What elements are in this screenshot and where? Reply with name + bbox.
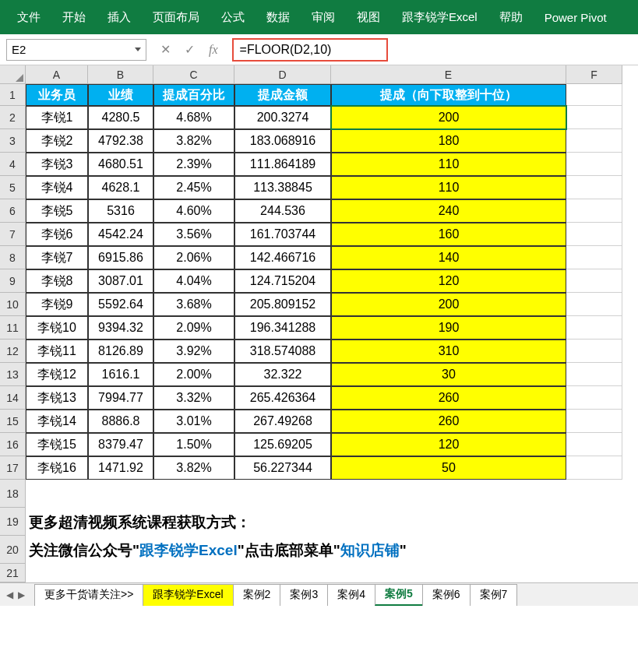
row-header-10[interactable]: 10	[0, 293, 26, 316]
cell-b10[interactable]: 5592.64	[88, 293, 153, 316]
row-header-3[interactable]: 3	[0, 129, 26, 153]
cell-f9[interactable]	[566, 269, 622, 293]
chevron-down-icon[interactable]	[135, 47, 141, 51]
cell-b9[interactable]: 3087.01	[88, 269, 153, 293]
sheet-body[interactable]: 业务员业绩提成百分比提成金额提成（向下取整到十位）李锐14280.54.68%2…	[26, 84, 622, 582]
row-header-2[interactable]: 2	[0, 106, 26, 129]
cell-b11[interactable]: 9394.32	[88, 316, 153, 340]
cell-f4[interactable]	[566, 153, 622, 176]
row-header-16[interactable]: 16	[0, 433, 26, 456]
cell-b15[interactable]: 8886.8	[88, 410, 153, 433]
cell-b6[interactable]: 5316	[88, 199, 153, 223]
col-header-C[interactable]: C	[153, 65, 234, 84]
row-header-11[interactable]: 11	[0, 316, 26, 340]
cell-d11[interactable]: 196.341288	[234, 316, 331, 340]
col-header-E[interactable]: E	[331, 65, 566, 84]
cell-f13[interactable]	[566, 363, 622, 386]
cell-d14[interactable]: 265.426364	[234, 386, 331, 410]
cell-c16[interactable]: 1.50%	[153, 433, 234, 456]
cell-b14[interactable]: 7994.77	[88, 386, 153, 410]
cell-c8[interactable]: 2.06%	[153, 246, 234, 269]
row-header-1[interactable]: 1	[0, 84, 26, 106]
row-header-9[interactable]: 9	[0, 269, 26, 293]
cell-c12[interactable]: 3.92%	[153, 340, 234, 363]
row-header-17[interactable]: 17	[0, 456, 26, 480]
cell-b4[interactable]: 4680.51	[88, 153, 153, 176]
cell-e10[interactable]: 200	[331, 293, 566, 316]
col-header-B[interactable]: B	[88, 65, 153, 84]
cell-a4[interactable]: 李锐3	[26, 153, 88, 176]
sheet-tab-4[interactable]: 案例4	[327, 584, 375, 606]
header-c[interactable]: 提成百分比	[153, 84, 234, 106]
cell-a12[interactable]: 李锐11	[26, 340, 88, 363]
cell-b2[interactable]: 4280.5	[88, 106, 153, 129]
cell-b13[interactable]: 1616.1	[88, 363, 153, 386]
cell-e12[interactable]: 310	[331, 340, 566, 363]
cell-c2[interactable]: 4.68%	[153, 106, 234, 129]
cell-e17[interactable]: 50	[331, 456, 566, 480]
cell-a8[interactable]: 李锐7	[26, 246, 88, 269]
row-header-21[interactable]: 21	[0, 564, 26, 582]
row-header-4[interactable]: 4	[0, 153, 26, 176]
cell-e5[interactable]: 110	[331, 176, 566, 199]
cell-f10[interactable]	[566, 293, 622, 316]
ribbon-tab-9[interactable]: 帮助	[488, 0, 534, 34]
header-b[interactable]: 业绩	[88, 84, 153, 106]
ribbon-tab-2[interactable]: 插入	[97, 0, 142, 34]
cell-d9[interactable]: 124.715204	[234, 269, 331, 293]
cell-e9[interactable]: 120	[331, 269, 566, 293]
cell-d12[interactable]: 318.574088	[234, 340, 331, 363]
cell-f1[interactable]	[566, 84, 622, 106]
ribbon-tab-7[interactable]: 视图	[346, 0, 391, 34]
row-header-7[interactable]: 7	[0, 223, 26, 246]
cell-e6[interactable]: 240	[331, 199, 566, 223]
ribbon-tab-4[interactable]: 公式	[210, 0, 256, 34]
cell-a3[interactable]: 李锐2	[26, 129, 88, 153]
cell-e4[interactable]: 110	[331, 153, 566, 176]
sheet-tab-7[interactable]: 案例7	[470, 584, 518, 606]
cell-d6[interactable]: 244.536	[234, 199, 331, 223]
cell-d3[interactable]: 183.068916	[234, 129, 331, 153]
ribbon-tab-5[interactable]: 数据	[256, 0, 301, 34]
row-header-15[interactable]: 15	[0, 410, 26, 433]
ribbon-tab-1[interactable]: 开始	[51, 0, 97, 34]
cell-f5[interactable]	[566, 176, 622, 199]
fx-icon[interactable]: fx	[209, 43, 218, 57]
select-all-corner[interactable]	[0, 65, 26, 84]
cell-c11[interactable]: 2.09%	[153, 316, 234, 340]
cell-d2[interactable]: 200.3274	[234, 106, 331, 129]
col-header-D[interactable]: D	[234, 65, 331, 84]
cell-f6[interactable]	[566, 199, 622, 223]
cell-c10[interactable]: 3.68%	[153, 293, 234, 316]
cell-c6[interactable]: 4.60%	[153, 199, 234, 223]
cell-f16[interactable]	[566, 433, 622, 456]
cell-a16[interactable]: 李锐15	[26, 433, 88, 456]
cell-c15[interactable]: 3.01%	[153, 410, 234, 433]
cell-b3[interactable]: 4792.38	[88, 129, 153, 153]
cell-f11[interactable]	[566, 316, 622, 340]
cell-a17[interactable]: 李锐16	[26, 456, 88, 480]
cell-a14[interactable]: 李锐13	[26, 386, 88, 410]
cell-c4[interactable]: 2.39%	[153, 153, 234, 176]
cell-d7[interactable]: 161.703744	[234, 223, 331, 246]
row-header-14[interactable]: 14	[0, 386, 26, 410]
cell-e14[interactable]: 260	[331, 386, 566, 410]
cell-b12[interactable]: 8126.89	[88, 340, 153, 363]
ribbon-tab-0[interactable]: 文件	[6, 0, 51, 34]
cell-c5[interactable]: 2.45%	[153, 176, 234, 199]
col-header-F[interactable]: F	[566, 65, 622, 84]
cell-b7[interactable]: 4542.24	[88, 223, 153, 246]
sheet-prev-icon[interactable]: ◀	[6, 589, 13, 600]
cell-a7[interactable]: 李锐6	[26, 223, 88, 246]
cell-c17[interactable]: 3.82%	[153, 456, 234, 480]
cell-e2[interactable]: 200	[331, 106, 566, 129]
sheet-tab-0[interactable]: 更多干货请关注>>	[34, 584, 143, 606]
cell-a5[interactable]: 李锐4	[26, 176, 88, 199]
cell-e7[interactable]: 160	[331, 223, 566, 246]
cell-b8[interactable]: 6915.86	[88, 246, 153, 269]
cell-e13[interactable]: 30	[331, 363, 566, 386]
cell-c7[interactable]: 3.56%	[153, 223, 234, 246]
sheet-tab-2[interactable]: 案例2	[233, 584, 281, 606]
formula-input[interactable]: =FLOOR(D2,10)	[232, 38, 388, 62]
row-header-6[interactable]: 6	[0, 199, 26, 223]
